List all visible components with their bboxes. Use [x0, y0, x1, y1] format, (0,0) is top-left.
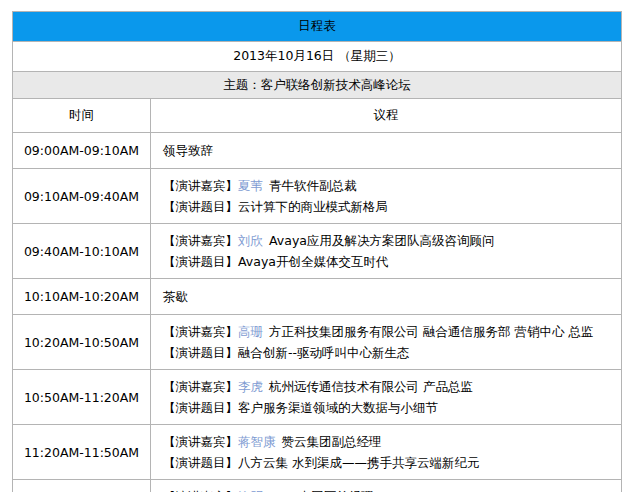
topic-label: 【演讲题目】	[163, 400, 238, 415]
time-cell: 11:20AM-11:50AM	[13, 425, 151, 480]
guest-label: 【演讲嘉宾】	[163, 324, 238, 339]
agenda-text: 领导致辞	[163, 141, 615, 161]
guest-line: 【演讲嘉宾】蒋智康赞云集团副总经理	[163, 432, 615, 452]
agenda-cell: 【演讲嘉宾】蒋智康赞云集团副总经理 【演讲题目】八方云集 水到渠成——携手共享云…	[151, 425, 622, 480]
schedule-row: 10:50AM-11:20AM 【演讲嘉宾】李虎杭州远传通信技术有限公司 产品总…	[13, 370, 622, 425]
time-cell: 10:20AM-10:50AM	[13, 315, 151, 370]
time-cell: 10:50AM-11:20AM	[13, 370, 151, 425]
schedule-row: 11:50AM-12:20PM 【演讲嘉宾】许明NICE中国区总经理 【演讲题目…	[13, 480, 622, 492]
date-row: 2013年10月16日 （星期三）	[13, 42, 622, 72]
schedule-table: 日程表 2013年10月16日 （星期三） 主题：客户联络创新技术高峰论坛 时间…	[12, 11, 622, 492]
agenda-cell: 【演讲嘉宾】李虎杭州远传通信技术有限公司 产品总监 【演讲题目】客户服务渠道领域…	[151, 370, 622, 425]
guest-line: 【演讲嘉宾】李虎杭州远传通信技术有限公司 产品总监	[163, 377, 615, 397]
guest-name: 刘欣	[238, 233, 263, 248]
schedule-row: 11:20AM-11:50AM 【演讲嘉宾】蒋智康赞云集团副总经理 【演讲题目】…	[13, 425, 622, 480]
topic-label: 【演讲题目】	[163, 254, 238, 269]
schedule-row: 10:20AM-10:50AM 【演讲嘉宾】高珊方正科技集团服务有限公司 融合通…	[13, 315, 622, 370]
time-cell: 11:50AM-12:20PM	[13, 480, 151, 492]
guest-name: 高珊	[238, 324, 263, 339]
topic-line: 【演讲题目】客户服务渠道领域的大数据与小细节	[163, 398, 615, 418]
guest-line: 【演讲嘉宾】高珊方正科技集团服务有限公司 融合通信服务部 营销中心 总监	[163, 322, 615, 342]
guest-name: 夏苇	[238, 178, 263, 193]
schedule-theme: 主题：客户联络创新技术高峰论坛	[13, 72, 622, 99]
schedule-page: 日程表 2013年10月16日 （星期三） 主题：客户联络创新技术高峰论坛 时间…	[0, 0, 630, 492]
time-cell: 09:10AM-09:40AM	[13, 169, 151, 224]
column-header-row: 时间 议程	[13, 99, 622, 133]
topic-line: 【演讲题目】八方云集 水到渠成——携手共享云端新纪元	[163, 453, 615, 473]
agenda-cell: 【演讲嘉宾】高珊方正科技集团服务有限公司 融合通信服务部 营销中心 总监 【演讲…	[151, 315, 622, 370]
guest-desc: NICE中国区总经理	[269, 489, 374, 492]
guest-line: 【演讲嘉宾】夏苇青牛软件副总裁	[163, 176, 615, 196]
page-title: 日程表	[13, 12, 622, 42]
time-cell: 09:00AM-09:10AM	[13, 133, 151, 169]
guest-name: 李虎	[238, 379, 263, 394]
agenda-cell: 【演讲嘉宾】许明NICE中国区总经理 【演讲题目】NICE客户互动管理 - 拉近…	[151, 480, 622, 492]
time-cell: 10:10AM-10:20AM	[13, 279, 151, 315]
guest-label: 【演讲嘉宾】	[163, 233, 238, 248]
guest-label: 【演讲嘉宾】	[163, 489, 238, 492]
guest-desc: 赞云集团副总经理	[282, 434, 382, 449]
topic-line: 【演讲题目】云计算下的商业模式新格局	[163, 197, 615, 217]
guest-label: 【演讲嘉宾】	[163, 434, 238, 449]
column-header-time: 时间	[13, 99, 151, 133]
topic-label: 【演讲题目】	[163, 455, 238, 470]
topic-text: 客户服务渠道领域的大数据与小细节	[238, 400, 438, 415]
guest-label: 【演讲嘉宾】	[163, 178, 238, 193]
schedule-row: 09:10AM-09:40AM 【演讲嘉宾】夏苇青牛软件副总裁 【演讲题目】云计…	[13, 169, 622, 224]
theme-row: 主题：客户联络创新技术高峰论坛	[13, 72, 622, 99]
column-header-agenda: 议程	[151, 99, 622, 133]
agenda-cell: 【演讲嘉宾】夏苇青牛软件副总裁 【演讲题目】云计算下的商业模式新格局	[151, 169, 622, 224]
agenda-cell: 茶歇	[151, 279, 622, 315]
agenda-text: 茶歇	[163, 287, 615, 307]
schedule-row: 09:00AM-09:10AM 领导致辞	[13, 133, 622, 169]
guest-line: 【演讲嘉宾】刘欣Avaya应用及解决方案团队高级咨询顾问	[163, 231, 615, 251]
guest-desc: Avaya应用及解决方案团队高级咨询顾问	[269, 233, 494, 248]
topic-label: 【演讲题目】	[163, 199, 238, 214]
time-cell: 09:40AM-10:10AM	[13, 224, 151, 279]
guest-desc: 方正科技集团服务有限公司 融合通信服务部 营销中心 总监	[269, 324, 593, 339]
topic-text: 融合创新--驱动呼叫中心新生态	[238, 345, 410, 360]
schedule-row: 09:40AM-10:10AM 【演讲嘉宾】刘欣Avaya应用及解决方案团队高级…	[13, 224, 622, 279]
topic-line: 【演讲题目】Avaya开创全媒体交互时代	[163, 252, 615, 272]
guest-line: 【演讲嘉宾】许明NICE中国区总经理	[163, 487, 615, 492]
title-row: 日程表	[13, 12, 622, 42]
guest-name: 许明	[238, 489, 263, 492]
topic-text: 八方云集 水到渠成——携手共享云端新纪元	[238, 455, 479, 470]
topic-text: 云计算下的商业模式新格局	[238, 199, 388, 214]
topic-label: 【演讲题目】	[163, 345, 238, 360]
guest-desc: 杭州远传通信技术有限公司 产品总监	[269, 379, 473, 394]
guest-name: 蒋智康	[238, 434, 276, 449]
agenda-cell: 领导致辞	[151, 133, 622, 169]
guest-label: 【演讲嘉宾】	[163, 379, 238, 394]
schedule-date: 2013年10月16日 （星期三）	[13, 42, 622, 72]
agenda-cell: 【演讲嘉宾】刘欣Avaya应用及解决方案团队高级咨询顾问 【演讲题目】Avaya…	[151, 224, 622, 279]
schedule-row: 10:10AM-10:20AM 茶歇	[13, 279, 622, 315]
guest-desc: 青牛软件副总裁	[269, 178, 357, 193]
topic-text: Avaya开创全媒体交互时代	[238, 254, 388, 269]
topic-line: 【演讲题目】融合创新--驱动呼叫中心新生态	[163, 343, 615, 363]
